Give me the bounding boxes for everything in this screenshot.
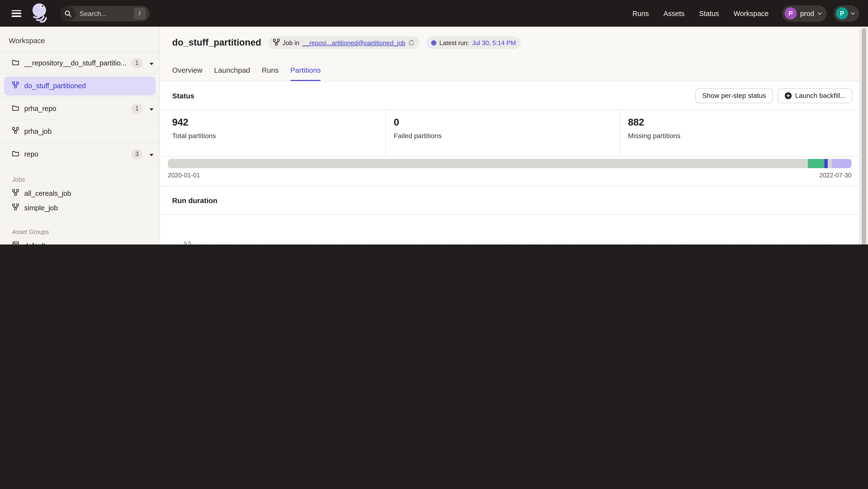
sidebar-asset-group-default[interactable]: default xyxy=(0,238,159,244)
sidebar-job-all-cereals-job[interactable]: all_cereals_job xyxy=(0,186,159,201)
main-content: do_stuff_partitioned Job in __reposi...a… xyxy=(160,27,859,244)
job-icon xyxy=(12,189,19,198)
sidebar-item-prha-repo[interactable]: prha_repo1 xyxy=(0,97,159,120)
status-heading: Status xyxy=(172,91,194,100)
latest-run-time-link[interactable]: Jul 30, 5:14 PM xyxy=(472,39,516,46)
page-tabs: OverviewLaunchpadRunsPartitions xyxy=(172,66,321,81)
workspace-sidebar: Workspace __repository__do_stuff_partiti… xyxy=(0,27,160,244)
run-duration-section-header: Run duration xyxy=(160,186,859,215)
workspace-list: __repository__do_stuff_partitio...1do_st… xyxy=(0,52,159,166)
plus-circle-icon xyxy=(784,92,792,99)
sidebar-item-prha-job[interactable]: prha_job xyxy=(0,120,159,143)
folder-icon xyxy=(12,104,19,113)
nav-workspace[interactable]: Workspace xyxy=(734,9,769,17)
latest-run-tag: Latest run: Jul 30, 5:14 PM xyxy=(426,36,521,49)
page-header: do_stuff_partitioned Job in __reposi...a… xyxy=(160,27,859,82)
stat-value: 882 xyxy=(628,117,859,128)
stat-label: Missing partitions xyxy=(628,132,859,139)
folder-icon xyxy=(12,150,19,159)
chevron-down-icon xyxy=(817,12,822,15)
run-duration-chart-area: 2020-01-012020-01-182020-02-042020-02-21… xyxy=(160,215,859,244)
nav-runs[interactable]: Runs xyxy=(632,9,649,17)
y-tick-label: 9.5 xyxy=(184,240,191,244)
folder-icon xyxy=(12,59,19,67)
bar-segment xyxy=(824,159,828,168)
dagster-app: Search... / Runs Assets Status Workspace… xyxy=(0,0,868,244)
launch-backfill-button[interactable]: Launch backfill... xyxy=(778,88,852,103)
search-shortcut-key: / xyxy=(134,7,146,19)
job-icon xyxy=(12,127,19,136)
nav-status[interactable]: Status xyxy=(699,9,719,17)
top-navigation-bar: Search... / Runs Assets Status Workspace… xyxy=(0,0,868,27)
search-placeholder: Search... xyxy=(80,9,107,17)
show-per-step-status-button[interactable]: Show per-step status xyxy=(695,88,773,103)
item-count-badge: 1 xyxy=(131,58,143,68)
search-icon xyxy=(60,6,76,21)
user-menu[interactable]: P xyxy=(834,5,859,22)
sidebar-item--repository-do-stuff-partitio-[interactable]: __repository__do_stuff_partitio...1 xyxy=(0,52,159,75)
tab-overview[interactable]: Overview xyxy=(172,66,203,81)
vertical-scrollbar[interactable] xyxy=(859,27,868,244)
page-title: do_stuff_partitioned xyxy=(172,37,261,48)
latest-run-label: Latest run: xyxy=(439,39,469,46)
refresh-icon[interactable] xyxy=(408,39,414,46)
global-search-input[interactable]: Search... / xyxy=(60,6,149,21)
dagster-logo-icon[interactable] xyxy=(30,2,50,25)
grid-icon xyxy=(12,241,19,244)
jobs-section: Jobs all_cereals_jobsimple_job xyxy=(0,166,159,218)
stat-label: Failed partitions xyxy=(394,132,620,139)
status-section-header: Status Show per-step status Launch backf… xyxy=(160,82,859,110)
user-avatar: P xyxy=(836,7,848,20)
partition-stats: 942Total partitions0Failed partitions882… xyxy=(160,110,859,157)
caret-down-icon[interactable] xyxy=(149,59,154,67)
deployment-switcher[interactable]: P prod xyxy=(782,5,827,22)
stat-failed-partitions: 0Failed partitions xyxy=(385,110,620,156)
item-count-badge: 1 xyxy=(131,103,143,113)
sidebar-job-simple-job[interactable]: simple_job xyxy=(0,201,159,215)
partition-status-bar-section: 2020-01-01 2022-07-30 xyxy=(160,157,859,186)
sidebar-title: Workspace xyxy=(0,27,159,52)
bar-segment xyxy=(828,159,832,168)
bar-segment xyxy=(168,159,808,168)
tab-runs[interactable]: Runs xyxy=(262,66,279,81)
stat-missing-partitions: 882Missing partitions xyxy=(620,110,859,156)
stat-total-partitions: 942Total partitions xyxy=(160,110,385,156)
job-icon xyxy=(12,82,19,90)
caret-down-icon[interactable] xyxy=(149,104,154,113)
stat-value: 0 xyxy=(394,117,620,128)
job-icon xyxy=(273,38,280,47)
sidebar-item-repo[interactable]: repo3 xyxy=(0,143,159,166)
bar-segment xyxy=(808,159,824,168)
job-tag-link[interactable]: __reposi...artitioned@partitioned_job xyxy=(302,39,405,46)
caret-down-icon[interactable] xyxy=(149,150,154,159)
run-status-dot-icon xyxy=(431,40,436,45)
partition-range-end: 2022-07-30 xyxy=(819,171,851,179)
run-duration-chart: 2020-01-012020-01-182020-02-042020-02-21… xyxy=(160,215,850,244)
nav-assets[interactable]: Assets xyxy=(663,9,684,17)
partition-status-bar[interactable] xyxy=(168,159,851,168)
top-nav-links: Runs Assets Status Workspace xyxy=(632,9,769,17)
scrollbar-thumb[interactable] xyxy=(862,28,866,244)
sidebar-item-do-stuff-partitioned[interactable]: do_stuff_partitioned xyxy=(0,75,159,97)
deployment-avatar: P xyxy=(784,7,797,20)
tab-launchpad[interactable]: Launchpad xyxy=(214,66,250,81)
deployment-name: prod xyxy=(800,9,814,17)
run-duration-heading: Run duration xyxy=(172,196,217,204)
chevron-down-icon xyxy=(850,12,855,15)
job-icon xyxy=(12,203,19,212)
hamburger-menu-icon[interactable] xyxy=(12,10,21,17)
bar-segment xyxy=(832,159,851,168)
stat-value: 942 xyxy=(172,117,385,128)
stat-label: Total partitions xyxy=(172,132,385,139)
jobs-section-title: Jobs xyxy=(0,172,159,186)
asset-groups-section-title: Asset Groups xyxy=(0,225,159,238)
asset-groups-section: Asset Groups default xyxy=(0,218,159,244)
tab-partitions[interactable]: Partitions xyxy=(290,66,321,81)
partition-range-start: 2020-01-01 xyxy=(168,171,200,179)
job-tag-prefix: Job in xyxy=(282,39,299,46)
item-count-badge: 3 xyxy=(131,149,143,159)
job-tag: Job in __reposi...artitioned@partitioned… xyxy=(268,36,420,49)
